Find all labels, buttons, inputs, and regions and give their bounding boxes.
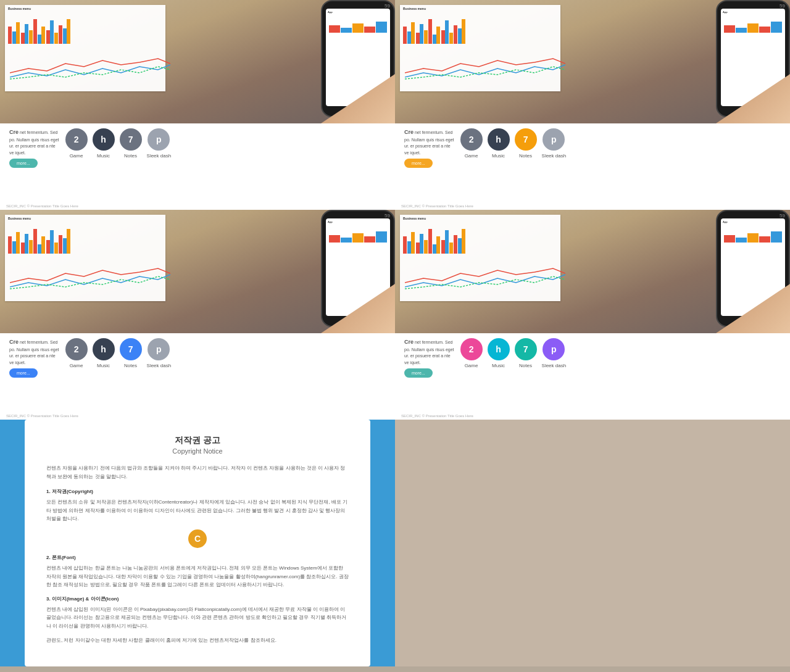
slide-1-chart: Business menu	[5, 5, 165, 91]
slide-4-footer: SECIR_INC © Presentation Title Goes Here	[401, 414, 473, 418]
icon-item-music-1: h Music	[93, 128, 115, 159]
icon-label-notes-4: Notes	[519, 363, 532, 368]
slide-4-number: 59	[780, 213, 785, 218]
chart-title-4: Business menu	[400, 215, 560, 221]
icon-music-2: h	[488, 128, 510, 151]
icon-game-1: 2	[65, 128, 88, 151]
icon-label-music-1: Music	[97, 153, 110, 159]
slide-2-number: 59	[780, 3, 785, 9]
icon-label-sleek-4: Sleek dash	[542, 363, 567, 368]
icon-label-game-3: Game	[70, 363, 83, 368]
icon-notes-1: 7	[120, 128, 142, 151]
copyright-section3-title: 3. 이미지(Image) & 아이콘(Icon)	[46, 595, 349, 602]
slide-2-chart: Business menu	[400, 5, 560, 91]
icon-label-game-2: Game	[465, 153, 478, 159]
slide-1-footer: SECIR_INC © Presentation Title Goes Here	[6, 204, 78, 208]
slide-4-photo: Business menu A	[395, 210, 790, 333]
icon-label-sleek-1: Sleek dash	[147, 153, 172, 159]
icon-game-3: 2	[65, 338, 88, 360]
slide-3-footer: SECIR_INC © Presentation Title Goes Here	[6, 414, 78, 418]
copyright-section2-body: 컨텐츠 내에 삽입하는 한글 폰트는 나눔 니눔공판의 서비용 폰트에게 저작권…	[46, 564, 349, 589]
slide-4-icons: 2 Game h Music 7 Notes p Sleek dash	[460, 338, 567, 368]
icon-item-sleek-1: p Sleek dash	[147, 128, 172, 159]
icon-sleek-1: p	[148, 128, 170, 151]
copyright-title-kr: 저작권 공고	[46, 435, 349, 446]
slide-3-chart: Business menu	[5, 215, 165, 301]
icon-game-4: 2	[460, 338, 483, 360]
icon-music-1: h	[93, 128, 115, 151]
slide-2-bottom: Cre net fermentum. Sed po. Nullam quis r…	[395, 123, 790, 173]
icon-item-game-1: 2 Game	[65, 128, 88, 159]
slide-3-bottom: Cre net fermentum. Sed po. Nullam quis r…	[0, 333, 395, 383]
icon-label-game-1: Game	[70, 153, 83, 159]
slide-4: Business menu A	[395, 210, 790, 420]
icon-label-sleek-3: Sleek dash	[147, 363, 172, 368]
chart-title: Business menu	[5, 5, 165, 11]
icon-item-notes-4: 7 Notes	[515, 338, 537, 368]
copyright-section1-title: 1. 저작권(Copyright)	[46, 488, 349, 495]
icon-sleek-3: p	[148, 338, 170, 360]
slide-4-chart: Business menu	[400, 215, 560, 301]
copyright-section: 저작권 공고 Copyright Notice 컨텐츠 자원을 사용하기 전에 …	[0, 420, 395, 666]
slide-1-text: Cre net fermentum. Sed po. Nullam quis r…	[9, 128, 59, 156]
copyright-box: 저작권 공고 Copyright Notice 컨텐츠 자원을 사용하기 전에 …	[25, 420, 370, 666]
icon-item-notes-1: 7 Notes	[120, 128, 142, 159]
icon-label-game-4: Game	[465, 363, 478, 368]
slide-2-footer: SECIR_INC © Presentation Title Goes Here	[401, 204, 473, 208]
icon-label-music-4: Music	[492, 363, 505, 368]
icon-game-2: 2	[460, 128, 483, 151]
icon-label-notes-3: Notes	[124, 363, 137, 368]
slide-2-icons: 2 Game h Music 7 Notes p Sleek dash	[460, 128, 567, 159]
copyright-section3-body: 컨텐츠 내에 삽입된 이미지(핀 아이콘은 이 Pixabay(pixabay.…	[46, 605, 349, 631]
icon-label-music-2: Music	[492, 153, 505, 159]
icon-music-3: h	[93, 338, 115, 360]
slide-2-text: Cre net fermentum. Sed po. Nullam quis r…	[404, 128, 454, 156]
slide-4-text: Cre net fermentum. Sed po. Nullam quis r…	[404, 338, 454, 366]
icon-label-notes-1: Notes	[124, 153, 137, 159]
slide-2-photo: Business menu A	[395, 0, 790, 123]
slide-1-photo: Business menu	[0, 0, 395, 123]
slide-1: Business menu	[0, 0, 395, 210]
slide-2-more-btn[interactable]: more...	[404, 159, 433, 168]
slide-3-text: Cre net fermentum. Sed po. Nullam quis r…	[9, 338, 59, 366]
slide-1-more-btn[interactable]: more...	[9, 159, 38, 168]
slide-3-more-btn[interactable]: more...	[9, 368, 38, 378]
icon-item-music-3: h Music	[93, 338, 115, 368]
slide-3-number: 59	[385, 213, 390, 218]
icon-label-notes-2: Notes	[519, 153, 532, 159]
icon-music-4: h	[488, 338, 510, 360]
icon-item-sleek-4: p Sleek dash	[542, 338, 567, 368]
icon-notes-3: 7	[120, 338, 142, 360]
slide-1-icons: 2 Game h Music 7 Notes p Sleek dash	[65, 128, 172, 159]
icon-item-game-3: 2 Game	[65, 338, 88, 368]
icon-item-music-4: h Music	[488, 338, 510, 368]
icon-label-sleek-2: Sleek dash	[542, 153, 567, 159]
icon-notes-4: 7	[515, 338, 537, 360]
icon-sleek-2: p	[543, 128, 565, 151]
icon-item-sleek-2: p Sleek dash	[542, 128, 567, 159]
icon-item-notes-2: 7 Notes	[515, 128, 537, 159]
icon-label-music-3: Music	[97, 363, 110, 368]
copyright-section2-title: 2. 폰트(Font)	[46, 554, 349, 561]
copyright-intro: 컨텐츠 자원을 사용하기 전에 다음의 법규와 조항들을 지켜야 하며 주시기 …	[46, 464, 349, 481]
chart-title-3: Business menu	[5, 215, 165, 221]
icon-sleek-4: p	[543, 338, 565, 360]
slide-3-icons: 2 Game h Music 7 Notes p Sleek dash	[65, 338, 172, 368]
icon-item-music-2: h Music	[488, 128, 510, 159]
slide-1-bottom: Cre net fermentum. Sed po. Nullam quis r…	[0, 123, 395, 173]
slide-2: Business menu A	[395, 0, 790, 210]
icon-item-sleek-3: p Sleek dash	[147, 338, 172, 368]
copyright-closing: 관련도, 저런 자이갈수는 대한 자세한 사항은 클래이이 홈피에 저기에 있는…	[46, 636, 349, 645]
slide-3: Business menu A	[0, 210, 395, 420]
slide-3-photo: Business menu A	[0, 210, 395, 333]
tan-area	[395, 420, 790, 666]
icon-item-game-4: 2 Game	[460, 338, 483, 368]
chart-title-2: Business menu	[400, 5, 560, 11]
copyright-logo: C	[188, 529, 207, 548]
main-grid: Business menu	[0, 0, 790, 666]
icon-item-notes-3: 7 Notes	[120, 338, 142, 368]
slide-1-number: 59	[385, 3, 390, 9]
slide-4-more-btn[interactable]: more...	[404, 368, 433, 378]
slide-4-bottom: Cre net fermentum. Sed po. Nullam quis r…	[395, 333, 790, 383]
icon-item-game-2: 2 Game	[460, 128, 483, 159]
